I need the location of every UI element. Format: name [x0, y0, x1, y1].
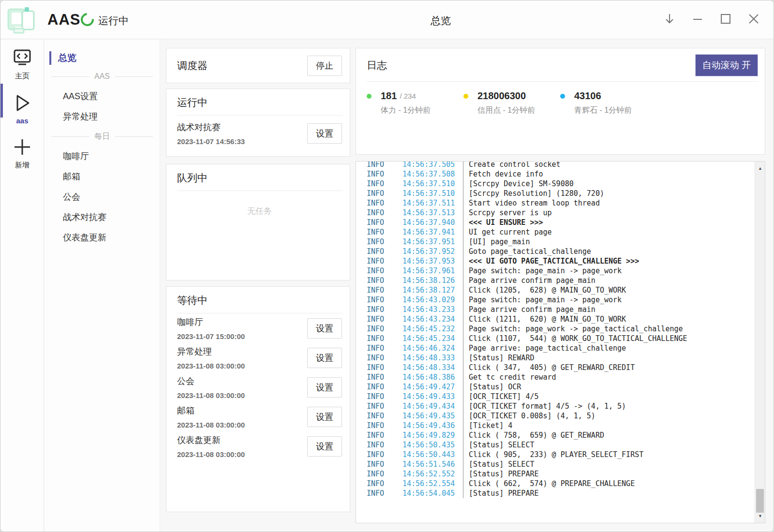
log-level: INFO: [367, 363, 402, 372]
stat-block: 218006300 信用点 - 1分钟前: [463, 90, 560, 116]
log-message: Click (1211, 620) @ MAIN_GO_TO_WORK: [463, 314, 626, 324]
nav-rail-label: aas: [16, 117, 28, 125]
log-viewer[interactable]: INFO 14:56:37.505 Create control socket …: [356, 161, 765, 523]
waiting-task-time: 2023-11-08 03:00:00: [177, 450, 245, 458]
log-timestamp: 14:56:48.334: [402, 363, 463, 372]
sidebar-item-mailbox[interactable]: 邮箱: [45, 166, 160, 187]
waiting-task-row: 咖啡厅 2023-11-07 15:00:00 设置: [177, 313, 342, 343]
waiting-settings-button[interactable]: 设置: [307, 318, 342, 339]
stat-value: 43106: [574, 90, 601, 102]
nav-rail-label: 新增: [15, 161, 30, 170]
scheduler-title: 调度器: [177, 59, 208, 73]
log-timestamp: 14:56:43.233: [402, 305, 463, 314]
log-timestamp: 14:56:49.427: [402, 382, 463, 392]
sidebar-section-daily: 每日: [45, 127, 160, 146]
autoscroll-toggle-button[interactable]: 自动滚动 开: [695, 54, 758, 76]
log-row: INFO 14:56:37.513 Scrcpy server is up: [367, 208, 765, 218]
log-message: Page switch: page_work -> page_tactical_…: [463, 324, 683, 334]
sidebar-item-guild[interactable]: 公会: [45, 187, 160, 207]
stat-value: 181: [381, 90, 397, 102]
sidebar-item-dashboard-update[interactable]: 仪表盘更新: [45, 227, 160, 248]
log-message: [OCR_TICKET 0.008s] (4, 1, 5): [463, 411, 595, 421]
log-level: INFO: [367, 459, 402, 469]
waiting-card: 等待中 咖啡厅 2023-11-07 15:00:00 设置 异常处理: [166, 286, 350, 512]
log-timestamp: 14:56:37.510: [402, 179, 463, 189]
log-row: INFO 14:56:49.433 [OCR_TICKET] 4/5: [367, 392, 765, 401]
log-row: INFO 14:56:45.232 Page switch: page_work…: [367, 324, 765, 334]
log-timestamp: 14:56:38.127: [402, 285, 463, 295]
nav-rail-label: 主页: [15, 72, 30, 81]
log-scrollbar[interactable]: ▲ ▼: [755, 162, 765, 523]
log-card: 日志 自动滚动 开 181 / 234 体力 - 1分钟前: [356, 48, 765, 155]
maximize-icon[interactable]: [716, 8, 735, 30]
log-row: INFO 14:56:37.511 Start video stream loo…: [367, 198, 765, 208]
log-message: Page arrive confirm page_main: [463, 305, 595, 314]
log-title: 日志: [367, 59, 387, 72]
log-level: INFO: [367, 218, 402, 227]
log-message: Goto page_tactical_challenge: [463, 247, 591, 256]
log-timestamp: 14:56:48.386: [402, 372, 463, 382]
log-level: INFO: [367, 353, 402, 363]
log-timestamp: 14:56:37.505: [402, 161, 463, 169]
log-level: INFO: [367, 382, 402, 392]
nav-rail-item-home[interactable]: 主页: [0, 40, 44, 81]
code-monitor-icon: [12, 48, 33, 70]
log-level: INFO: [367, 295, 402, 305]
sidebar-item-exception-handling[interactable]: 异常处理: [45, 106, 160, 127]
minimize-icon[interactable]: [688, 8, 707, 30]
log-row: INFO 14:56:50.435 [Status] SELECT: [367, 440, 765, 450]
waiting-settings-button[interactable]: 设置: [307, 436, 342, 457]
waiting-settings-button[interactable]: 设置: [307, 348, 342, 368]
log-row: INFO 14:56:43.233 Page arrive confirm pa…: [367, 305, 765, 314]
log-timestamp: 14:56:46.324: [402, 343, 463, 353]
log-message: Page switch: page_main -> page_work: [463, 295, 622, 305]
running-settings-button[interactable]: 设置: [307, 123, 342, 144]
log-level: INFO: [367, 256, 402, 266]
running-title: 运行中: [177, 96, 342, 109]
scrollbar-thumb[interactable]: [756, 489, 764, 513]
divider: [367, 81, 758, 82]
sidebar-item-aas-settings[interactable]: AAS设置: [45, 86, 160, 106]
log-timestamp: 14:56:37.961: [402, 266, 463, 276]
log-row: INFO 14:56:48.334 Click ( 347, 405) @ GE…: [367, 363, 765, 372]
log-level: INFO: [367, 479, 402, 488]
log-level: INFO: [367, 305, 402, 314]
waiting-task-name: 异常处理: [177, 346, 245, 357]
sidebar-item-tactical-challenge[interactable]: 战术对抗赛: [45, 207, 160, 227]
log-message: [Scrcpy Resolution] (1280, 720): [463, 189, 604, 198]
stat-block: 43106 青辉石 - 1分钟前: [560, 90, 657, 116]
log-row: INFO 14:56:49.436 [Ticket] 4: [367, 421, 765, 430]
page-title: 总览: [392, 14, 489, 28]
log-row: INFO 14:56:49.434 [OCR_TICKET format] 4/…: [367, 401, 765, 411]
scroll-down-icon[interactable]: ▼: [755, 512, 765, 520]
scroll-up-icon[interactable]: ▲: [755, 164, 765, 172]
log-level: INFO: [367, 469, 402, 479]
log-row: INFO 14:56:37.940 <<< UI ENSURE >>>: [367, 218, 765, 227]
download-update-icon[interactable]: [660, 8, 679, 30]
sidebar-item-overview[interactable]: 总览: [45, 49, 160, 67]
log-message: Click ( 758, 659) @ GET_REWARD: [463, 430, 604, 440]
log-timestamp: 14:56:54.045: [402, 488, 463, 498]
sidebar: 总览 AAS AAS设置 异常处理 每日 咖啡厅 邮箱 公会 战术对抗赛 仪表盘…: [45, 40, 160, 532]
log-row: INFO 14:56:50.443 Click ( 905, 233) @ PL…: [367, 450, 765, 459]
nav-rail-item-aas[interactable]: aas: [0, 81, 44, 125]
log-row: INFO 14:56:38.127 Click (1205, 628) @ MA…: [367, 285, 765, 295]
close-icon[interactable]: [744, 8, 763, 30]
waiting-settings-button[interactable]: 设置: [307, 407, 342, 427]
stop-button[interactable]: 停止: [307, 56, 342, 76]
log-message: Click (1107, 544) @ WORK_GO_TO_TACTICAL_…: [463, 334, 687, 343]
divider: [177, 191, 343, 191]
log-row: INFO 14:56:45.234 Click (1107, 544) @ WO…: [367, 334, 765, 343]
waiting-task-row: 异常处理 2023-11-08 03:00:00 设置: [177, 343, 342, 372]
sidebar-item-cafe[interactable]: 咖啡厅: [45, 146, 160, 166]
log-message: Click (1205, 628) @ MAIN_GO_TO_WORK: [463, 285, 626, 295]
log-level: INFO: [367, 411, 402, 421]
log-level: INFO: [367, 343, 402, 353]
nav-rail-item-new[interactable]: 新增: [0, 125, 44, 170]
log-row: INFO 14:56:54.045 [Status] PREPARE: [367, 488, 765, 498]
log-timestamp: 14:56:52.552: [402, 469, 463, 479]
waiting-settings-button[interactable]: 设置: [307, 377, 342, 398]
log-lines: INFO 14:56:37.505 Create control socket …: [356, 161, 765, 498]
log-message: Create control socket: [463, 161, 561, 169]
log-timestamp: 14:56:37.508: [402, 169, 463, 179]
